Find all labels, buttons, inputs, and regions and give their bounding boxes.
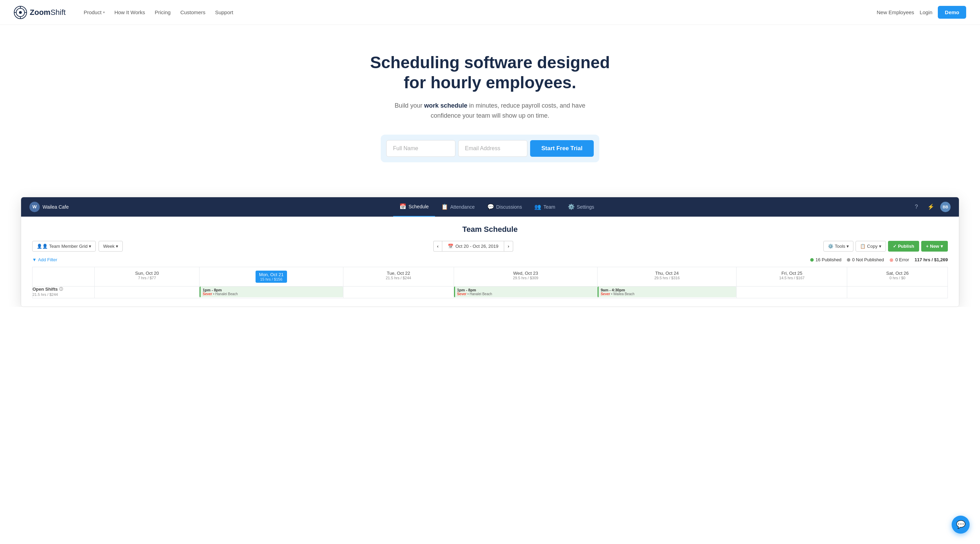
hero-title: Scheduling software designed for hourly … [369,53,611,93]
shift-loc-wed: Sever • Hanalei Beach [457,292,595,296]
start-trial-button[interactable]: Start Free Trial [530,140,593,157]
nav-customers[interactable]: Customers [176,6,210,18]
row-label-sub: 21.5 hrs / $244 [32,292,94,297]
nav-pricing[interactable]: Pricing [151,6,175,18]
gear-icon: ⚙️ [828,244,834,249]
chevron-down-icon: ▾ [846,244,849,249]
sat-cell [847,286,948,298]
svg-point-2 [19,11,22,14]
team-member-grid-button[interactable]: 👤👤 Team Member Grid ▾ [32,241,96,252]
row-label-title: Open Shifts ⓘ [32,287,94,292]
app-nav-discussions[interactable]: 💬 Discussions [481,197,528,217]
day-header-fri: Fri, Oct 25 14.5 hrs / $167 [737,267,847,286]
day-header-sat: Sat, Oct 26 0 hrs / $0 [847,267,948,286]
app-nav-team[interactable]: 👥 Team [528,197,561,217]
calendar-icon: 📅 [448,244,453,249]
help-button[interactable]: ? [911,202,921,212]
check-icon: ✓ [893,244,897,249]
info-icon: ⓘ [59,287,63,292]
discussions-icon: 💬 [487,204,494,210]
chevron-down-icon: ▾ [879,244,881,249]
nav-support[interactable]: Support [211,6,237,18]
publish-button[interactable]: ✓ Publish [888,241,919,252]
day-header-tue: Tue, Oct 22 21.5 hrs / $244 [343,267,454,286]
schedule-tools: ⚙️ Tools ▾ 📋 Copy ▾ ✓ Publish + [823,241,948,252]
app-nav-attendance[interactable]: 📋 Attendance [435,197,481,217]
published-dot [810,258,814,262]
logo-text: ZoomShift [30,8,66,17]
app-screenshot-section: W Wailea Cafe 📅 Schedule 📋 Attendance 💬 … [0,183,980,307]
nav-how-it-works[interactable]: How It Works [110,6,150,18]
team-icon: 👥 [534,204,541,210]
main-navbar: ZoomShift Product ▾ How It Works Pricing… [0,0,980,25]
stats-row: 16 Published 0 Not Published ⊗ 0 Error 1… [810,257,948,263]
demo-button[interactable]: Demo [938,6,966,19]
app-navbar: W Wailea Cafe 📅 Schedule 📋 Attendance 💬 … [21,197,959,217]
chevron-down-icon: ▾ [103,10,105,14]
nav-product[interactable]: Product ▾ [80,6,109,18]
mon-cell[interactable]: 1pm - 8pm Sever • Hanalei Beach [199,286,343,298]
notifications-button[interactable]: ⚡ [926,202,936,212]
sun-cell [95,286,199,298]
email-input[interactable] [458,140,527,157]
not-published-stat: 0 Not Published [847,257,884,262]
app-nav-right: ? ⚡ BB [911,202,951,212]
fri-cell [737,286,847,298]
nav-links: Product ▾ How It Works Pricing Customers… [80,6,877,18]
copy-icon: 📋 [860,244,865,249]
published-stat: 16 Published [810,257,842,262]
app-brand-name: Wailea Cafe [43,204,69,210]
not-published-dot [847,258,850,262]
thu-cell[interactable]: 9am - 4:30pm Sever • Wailea Beach [598,286,737,298]
user-avatar[interactable]: BB [940,202,951,212]
day-header-mon: Mon, Oct 21 15 hrs / $156 [199,267,343,286]
full-name-input[interactable] [386,140,455,157]
shift-card-mon[interactable]: 1pm - 8pm Sever • Hanalei Beach [199,287,343,297]
date-nav: ‹ 📅 Oct 20 - Oct 26, 2019 › [433,241,513,252]
app-brand-avatar: W [29,202,40,212]
active-day-mon: Mon, Oct 21 15 hrs / $156 [256,271,287,283]
tools-button[interactable]: ⚙️ Tools ▾ [823,241,853,252]
shift-card-wed[interactable]: 1pm - 8pm Sever • Hanalei Beach [454,287,597,297]
app-frame: W Wailea Cafe 📅 Schedule 📋 Attendance 💬 … [21,197,959,307]
hero-form: Start Free Trial [381,135,599,162]
app-nav-settings[interactable]: ⚙️ Settings [562,197,601,217]
filter-icon: ▼ [32,257,37,262]
empty-header [32,267,95,286]
logo[interactable]: ZoomShift [14,6,66,19]
shift-loc-mon: Sever • Hanalei Beach [203,292,340,296]
plus-icon: + [926,244,929,249]
add-filter-button[interactable]: ▼ Add Filter [32,257,57,262]
chevron-down-icon: ▾ [89,244,91,249]
hero-subtitle: Build your work schedule in minutes, red… [393,101,587,121]
schedule-area: Team Schedule 👤👤 Team Member Grid ▾ Week… [21,217,959,306]
chevron-down-icon: ▾ [116,244,118,249]
prev-week-button[interactable]: ‹ [433,241,442,252]
chevron-down-icon: ▾ [940,244,943,249]
day-header-thu: Thu, Oct 24 29.5 hrs / $316 [598,267,737,286]
day-header-sun: Sun, Oct 20 7 hrs / $77 [95,267,199,286]
total-stat: 117 hrs / $1,269 [915,257,948,262]
tue-cell [343,286,454,298]
day-header-wed: Wed, Oct 23 29.5 hrs / $309 [454,267,597,286]
app-nav-schedule[interactable]: 📅 Schedule [393,197,435,217]
copy-button[interactable]: 📋 Copy ▾ [856,241,886,252]
wed-cell[interactable]: 1pm - 8pm Sever • Hanalei Beach [454,286,597,298]
hero-section: Scheduling software designed for hourly … [0,25,980,183]
filter-row: ▼ Add Filter 16 Published 0 Not Publishe… [32,257,948,263]
grid-icon: 👤👤 [37,244,48,249]
nav-new-employees[interactable]: New Employees [877,10,914,15]
schedule-toolbar: 👤👤 Team Member Grid ▾ Week ▾ ‹ 📅 Oct 20 … [32,241,948,252]
schedule-icon: 📅 [399,203,406,210]
row-label-cell: Open Shifts ⓘ 21.5 hrs / $244 [32,286,95,298]
date-range-display: 📅 Oct 20 - Oct 26, 2019 [442,241,504,252]
nav-login[interactable]: Login [920,10,932,15]
settings-icon: ⚙️ [568,204,575,210]
table-row: Open Shifts ⓘ 21.5 hrs / $244 1pm - 8pm … [32,286,948,298]
week-button[interactable]: Week ▾ [99,241,123,252]
next-week-button[interactable]: › [504,241,513,252]
new-button[interactable]: + New ▾ [921,241,948,252]
shift-card-thu[interactable]: 9am - 4:30pm Sever • Wailea Beach [598,287,736,297]
attendance-icon: 📋 [441,204,448,210]
error-icon: ⊗ [889,257,894,263]
